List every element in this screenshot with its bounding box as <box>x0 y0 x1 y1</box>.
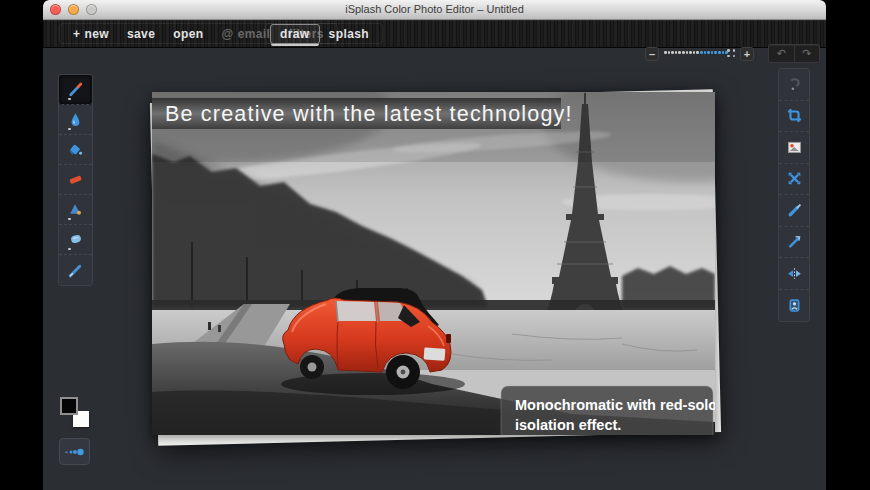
fill-bucket-icon <box>67 141 84 158</box>
caption-box: Monochromatic with red-solo isolation ef… <box>501 386 715 435</box>
tool-portrait[interactable] <box>779 290 809 322</box>
plus-icon: + <box>73 27 80 41</box>
window-title: iSplash Color Photo Editor – Untitled <box>43 0 826 19</box>
tool-eraser[interactable] <box>59 165 92 195</box>
close-button[interactable] <box>50 4 61 15</box>
minimize-button[interactable] <box>68 4 79 15</box>
banner: Be creative with the latest technology! <box>152 98 573 129</box>
tool-options-dot <box>68 128 71 131</box>
main-toolbar: +new save open @email filters draw splas… <box>43 20 826 48</box>
tool-crop[interactable] <box>779 101 809 133</box>
slider-dot[interactable] <box>664 51 667 54</box>
flip-icon <box>786 265 803 282</box>
photo-canvas[interactable]: Be creative with the latest technology! … <box>152 92 715 435</box>
taillight <box>446 334 451 343</box>
portrait-icon <box>786 297 803 314</box>
photo-icon <box>786 139 803 156</box>
desktop: iSplash Color Photo Editor – Untitled +n… <box>0 0 870 490</box>
tool-smudge[interactable] <box>59 225 92 255</box>
save-button[interactable]: save <box>118 25 164 43</box>
draw-tab[interactable]: draw <box>270 24 320 44</box>
tool-photo[interactable] <box>779 132 809 164</box>
tool-options-dot <box>68 218 71 221</box>
undo-button[interactable]: ↶ <box>769 45 795 62</box>
slider-dot[interactable] <box>668 51 671 54</box>
eraser-icon <box>67 171 84 188</box>
brush-size-button[interactable] <box>59 438 90 465</box>
marker-icon <box>786 202 803 219</box>
slider-dot[interactable] <box>707 51 710 54</box>
slider-dot[interactable] <box>693 51 696 54</box>
brush-size-dots-icon <box>64 446 86 458</box>
mode-button-group: draw splash <box>265 23 383 44</box>
left-tool-panel <box>58 74 93 286</box>
tool-flip[interactable] <box>779 258 809 290</box>
app-window: iSplash Color Photo Editor – Untitled +n… <box>43 0 826 490</box>
brush-smaller-button[interactable]: – <box>645 47 659 61</box>
slider-dot[interactable] <box>678 51 681 54</box>
slider-dot[interactable] <box>675 51 678 54</box>
right-tool-panel <box>778 68 810 322</box>
traffic-lights <box>50 4 97 15</box>
new-button[interactable]: +new <box>64 25 118 43</box>
brush-larger-button[interactable]: + <box>740 47 754 61</box>
slider-dot[interactable] <box>700 51 703 54</box>
slider-dot[interactable] <box>671 51 674 54</box>
photo-scene: Be creative with the latest technology! … <box>152 92 715 435</box>
history-icon <box>786 76 803 93</box>
slider-dot[interactable] <box>689 51 692 54</box>
tool-rotate[interactable] <box>779 227 809 259</box>
rotate-icon <box>786 233 803 250</box>
open-button[interactable]: open <box>164 25 212 43</box>
undo-redo-group: ↶ ↷ <box>768 44 820 63</box>
dot-grid-icon <box>727 49 736 58</box>
droplet-icon <box>67 111 84 128</box>
color-swatches <box>60 397 96 431</box>
tool-options-dot <box>68 248 71 251</box>
slider-dot[interactable] <box>682 51 685 54</box>
tool-options-dot <box>68 98 71 101</box>
slider-dot[interactable] <box>718 51 721 54</box>
slider-dot[interactable] <box>686 51 689 54</box>
title-bar[interactable]: iSplash Color Photo Editor – Untitled <box>43 0 826 20</box>
foreground-color-swatch[interactable] <box>60 397 78 415</box>
tool-brush[interactable] <box>59 75 92 105</box>
slider-dot[interactable] <box>711 51 714 54</box>
email-icon: @ <box>222 27 234 41</box>
brush-icon <box>67 81 84 98</box>
tool-sharpen[interactable] <box>59 195 92 225</box>
slider-dot[interactable] <box>722 51 725 54</box>
slider-dot[interactable] <box>696 51 699 54</box>
pen-icon <box>67 262 84 279</box>
tool-expand[interactable] <box>779 164 809 196</box>
photo-canvas-area: Be creative with the latest technology! … <box>152 92 715 435</box>
brush-size-slider[interactable] <box>664 51 728 54</box>
tool-fill-bucket[interactable] <box>59 135 92 165</box>
expand-icon <box>786 170 803 187</box>
tool-droplet[interactable] <box>59 105 92 135</box>
banner-text: Be creative with the latest technology! <box>165 102 573 126</box>
splash-tab[interactable]: splash <box>320 25 378 43</box>
license-plate <box>424 347 446 360</box>
slider-dot[interactable] <box>704 51 707 54</box>
crop-icon <box>786 107 803 124</box>
sharpen-icon <box>67 201 84 218</box>
slider-dot[interactable] <box>714 51 717 54</box>
redo-button[interactable]: ↷ <box>795 45 820 62</box>
smudge-icon <box>67 231 84 248</box>
caption-line1: Monochromatic with red-solo <box>515 397 715 413</box>
caption-line2: isolation effect. <box>515 417 621 433</box>
tool-marker[interactable] <box>779 195 809 227</box>
tool-pen[interactable] <box>59 255 92 285</box>
tool-history[interactable] <box>779 69 809 101</box>
zoom-button[interactable] <box>86 4 97 15</box>
car-windshield <box>336 301 376 321</box>
